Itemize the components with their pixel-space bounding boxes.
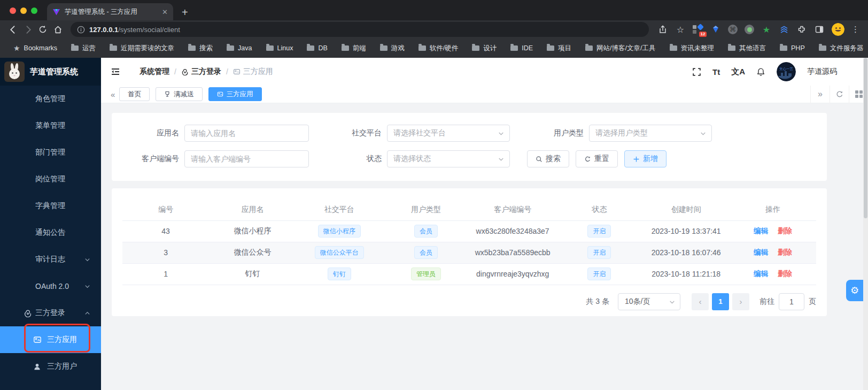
minimize-window-button[interactable]: [20, 7, 27, 14]
bookmark-star-icon[interactable]: ☆: [675, 24, 686, 35]
collapse-sidebar-icon[interactable]: [111, 67, 120, 77]
delete-link[interactable]: 删除: [778, 248, 792, 256]
bookmark-folder[interactable]: 运营: [66, 42, 100, 55]
search-icon: [536, 156, 542, 163]
edit-link[interactable]: 编辑: [754, 248, 768, 256]
extension-recorder-icon[interactable]: [745, 25, 754, 34]
side-panel-icon[interactable]: [814, 24, 825, 35]
sidebar-item-dept[interactable]: 部门管理: [0, 139, 101, 166]
page-scrollbar[interactable]: [863, 58, 868, 390]
platform-select[interactable]: 请选择社交平台: [387, 125, 510, 142]
sidebar-logo[interactable]: 芋道管理系统: [0, 58, 101, 86]
edit-link[interactable]: 编辑: [754, 270, 768, 278]
col-id: 编号: [122, 199, 209, 220]
bell-icon[interactable]: [756, 67, 765, 77]
folder-icon: [472, 45, 479, 51]
page-number-button[interactable]: 1: [712, 293, 729, 310]
url-path: /system/social/client: [118, 26, 180, 34]
bookmarks-root[interactable]: ★Bookmarks: [9, 42, 62, 55]
bookmark-folder[interactable]: 项目: [542, 42, 576, 55]
extension-layers-icon[interactable]: [779, 24, 789, 35]
user-avatar[interactable]: 文心一言: [777, 62, 796, 81]
next-page-button[interactable]: ›: [732, 293, 749, 310]
status-select[interactable]: 请选择状态: [387, 150, 510, 167]
share-icon[interactable]: [657, 24, 668, 35]
reset-button[interactable]: 重置: [576, 150, 618, 167]
breadcrumb-system[interactable]: 系统管理: [140, 67, 169, 77]
prev-page-button[interactable]: ‹: [692, 293, 709, 310]
search-button[interactable]: 搜索: [527, 150, 569, 167]
browser-tab[interactable]: 芋道管理系统 - 三方应用 ✕: [47, 3, 173, 20]
sidebar-item-role[interactable]: 角色管理: [0, 86, 101, 112]
language-icon[interactable]: 文A: [731, 67, 745, 77]
tag-promotion[interactable]: 满减送: [156, 87, 203, 101]
font-size-icon[interactable]: Tt: [712, 67, 720, 77]
bookmark-folder[interactable]: 软件/硬件: [414, 42, 463, 55]
back-icon[interactable]: [5, 22, 20, 37]
bookmark-folder[interactable]: 资讯未整理: [665, 42, 719, 55]
sidebar-item-audit-log[interactable]: 审计日志: [0, 246, 101, 273]
bookmark-folder[interactable]: IDE: [506, 42, 538, 55]
sidebar-item-social-user[interactable]: 三方用户: [0, 353, 101, 380]
tag-home[interactable]: 首页: [119, 87, 150, 101]
tag-social-client[interactable]: 三方应用: [208, 87, 262, 101]
edit-link[interactable]: 编辑: [754, 227, 768, 235]
goto-page-input[interactable]: [779, 293, 804, 310]
breadcrumb-social-login[interactable]: 三方登录: [181, 67, 221, 77]
bookmark-folder[interactable]: 近期需要读的文章: [105, 42, 179, 55]
bookmark-folder[interactable]: 设计: [467, 42, 501, 55]
browser-profile-avatar[interactable]: [832, 23, 844, 36]
extension-gem-icon[interactable]: [710, 24, 721, 35]
home-icon[interactable]: [50, 22, 65, 37]
extension-command-icon[interactable]: ⌘: [728, 25, 738, 34]
site-info-icon[interactable]: [77, 26, 85, 34]
forward-icon[interactable]: [20, 22, 35, 37]
bookmark-folder[interactable]: 搜索: [183, 42, 218, 55]
scrollbar-thumb[interactable]: [864, 58, 867, 218]
bookmark-folder[interactable]: DB: [302, 42, 332, 55]
page-size-select[interactable]: 10条/页: [618, 293, 680, 310]
folder-icon: [819, 45, 826, 51]
fullscreen-icon[interactable]: [692, 67, 701, 77]
sidebar-item-notice[interactable]: 通知公告: [0, 219, 101, 246]
address-bar[interactable]: 127.0.0.1/system/social/client: [71, 22, 649, 37]
bookmark-folder[interactable]: 网站/博客/文章/工具: [580, 42, 660, 55]
maximize-window-button[interactable]: [31, 7, 37, 14]
bookmark-folder[interactable]: 其他语言: [723, 42, 771, 55]
extensions-puzzle-icon[interactable]: [796, 24, 807, 35]
bookmark-folder[interactable]: PHP: [775, 42, 810, 55]
sidebar-item-post[interactable]: 岗位管理: [0, 166, 101, 193]
bookmark-folder[interactable]: 文件服务器: [814, 42, 868, 55]
refresh-page-icon[interactable]: [830, 86, 849, 103]
sidebar-item-menu[interactable]: 菜单管理: [0, 112, 101, 139]
goto-label: 前往: [759, 297, 774, 307]
sidebar-item-social-client[interactable]: 三方应用: [0, 326, 101, 353]
tags-scroll-left-icon[interactable]: «: [106, 90, 119, 99]
bookmark-folder[interactable]: 前端: [337, 42, 371, 55]
username[interactable]: 芋道源码: [807, 67, 837, 77]
add-button[interactable]: 新增: [624, 150, 666, 167]
tags-scroll-right-icon[interactable]: »: [810, 86, 830, 103]
col-app-name: 应用名: [209, 199, 296, 220]
app-name-input[interactable]: [184, 125, 309, 142]
delete-link[interactable]: 删除: [778, 270, 792, 278]
reload-icon[interactable]: [35, 22, 50, 37]
svg-text:文心一言: 文心一言: [779, 67, 794, 71]
sidebar-item-dict[interactable]: 字典管理: [0, 193, 101, 219]
sidebar-item-oauth[interactable]: OAuth 2.0: [0, 273, 101, 300]
sidebar-item-social-login[interactable]: 三方登录: [0, 300, 101, 326]
client-id-input[interactable]: [184, 150, 309, 167]
filter-buttons: 搜索 重置 新增: [527, 150, 666, 167]
settings-gear-button[interactable]: ⚙: [846, 280, 863, 301]
delete-link[interactable]: 删除: [778, 227, 792, 235]
extension-tabs-icon[interactable]: 12: [693, 24, 703, 35]
new-tab-button[interactable]: +: [182, 4, 188, 20]
bookmark-folder[interactable]: Linux: [261, 42, 298, 55]
user-type-select[interactable]: 请选择用户类型: [589, 125, 712, 142]
bookmark-folder[interactable]: 游戏: [375, 42, 409, 55]
tab-close-icon[interactable]: ✕: [162, 8, 168, 16]
close-window-button[interactable]: [10, 7, 16, 14]
extension-star-icon[interactable]: ★: [761, 24, 772, 35]
bookmark-folder[interactable]: Java: [222, 42, 257, 55]
browser-menu-icon[interactable]: ⋮: [851, 25, 859, 34]
